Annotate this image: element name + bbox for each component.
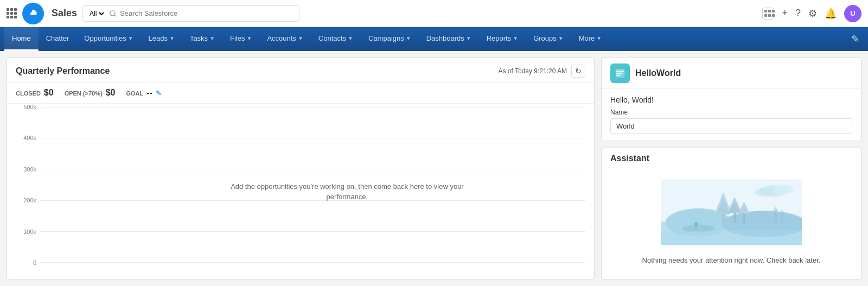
nav-item-dashboards[interactable]: Dashboards ▼: [419, 27, 479, 51]
svg-point-1: [110, 10, 115, 15]
chevron-down-icon: ▼: [558, 35, 564, 41]
stats-row: CLOSED $0 OPEN (>70%) $0 GOAL -- ✎: [7, 82, 594, 104]
nav-item-more[interactable]: More ▼: [571, 27, 610, 51]
grid-row-300k: 300k: [16, 166, 585, 173]
helloworld-body: Hello, World! Name: [602, 89, 861, 141]
search-input[interactable]: [120, 9, 295, 17]
grid-line: [41, 138, 585, 138]
chevron-down-icon: ▼: [596, 35, 602, 41]
nav-item-campaigns[interactable]: Campaigns ▼: [361, 27, 419, 51]
top-bar: Sales All + ? ⚙ 🔔 U: [0, 0, 868, 27]
grid-label-500k: 500k: [16, 104, 36, 110]
nav-item-accounts[interactable]: Accounts ▼: [259, 27, 310, 51]
nav-label-home: Home: [12, 34, 31, 42]
grid-row-100k: 100k: [16, 228, 585, 235]
grid-line: [41, 262, 585, 263]
nav-label-reports: Reports: [487, 34, 512, 42]
right-panel: HelloWorld Hello, World! Name Assistant: [601, 58, 861, 279]
nav-item-tasks[interactable]: Tasks ▼: [182, 27, 222, 51]
helloworld-title: HelloWorld: [635, 68, 681, 78]
app-name: Sales: [52, 8, 77, 19]
goal-label: GOAL: [126, 90, 143, 97]
nav-label-accounts: Accounts: [267, 34, 296, 42]
nav-label-leads: Leads: [149, 34, 168, 42]
nav-item-home[interactable]: Home: [4, 27, 39, 51]
search-icon: [109, 10, 117, 17]
goal-stat: GOAL -- ✎: [126, 88, 161, 98]
svg-rect-23: [661, 231, 802, 245]
open-label: OPEN (>70%): [65, 90, 103, 97]
nav-item-chatter[interactable]: Chatter: [39, 27, 77, 51]
grid-row-500k: 500k: [16, 104, 585, 110]
chevron-down-icon: ▼: [348, 35, 353, 41]
helloworld-header: HelloWorld: [602, 58, 861, 89]
chart-area: 500k 400k 300k 200k 100k: [7, 104, 594, 279]
refresh-button[interactable]: ↻: [571, 65, 585, 78]
grid-label-0: 0: [16, 259, 36, 266]
search-filter[interactable]: All: [87, 9, 106, 18]
grid-line: [41, 200, 585, 201]
helloworld-card: HelloWorld Hello, World! Name: [601, 58, 861, 141]
quarterly-performance-panel: Quarterly Performance As of Today 9:21:2…: [7, 58, 595, 279]
chevron-down-icon: ▼: [513, 35, 518, 41]
nav-item-opportunities[interactable]: Opportunities ▼: [76, 27, 141, 51]
sf-logo[interactable]: [22, 3, 44, 24]
open-value: $0: [106, 88, 116, 98]
chevron-down-icon: ▼: [169, 35, 175, 41]
nav-label-contacts: Contacts: [318, 34, 346, 42]
grid-row-0: 0: [16, 259, 585, 266]
closed-value: $0: [44, 88, 54, 98]
edit-goal-icon[interactable]: ✎: [156, 89, 162, 97]
nav-label-campaigns: Campaigns: [368, 34, 404, 42]
closed-label: CLOSED: [16, 90, 41, 97]
search-bar[interactable]: All: [82, 5, 299, 22]
waffle-icon[interactable]: [762, 8, 774, 20]
chevron-down-icon: ▼: [246, 35, 252, 41]
bell-icon[interactable]: 🔔: [825, 8, 837, 20]
chevron-down-icon: ▼: [298, 35, 303, 41]
svg-rect-22: [694, 226, 697, 230]
nav-edit-icon[interactable]: ✎: [847, 27, 864, 51]
assistant-title: Assistant: [610, 154, 649, 163]
svg-point-7: [755, 188, 774, 197]
nav-label-opportunities: Opportunities: [84, 34, 126, 42]
panel-title: Quarterly Performance: [16, 66, 110, 76]
chevron-down-icon: ▼: [466, 35, 471, 41]
nav-item-groups[interactable]: Groups ▼: [526, 27, 571, 51]
nav-label-groups: Groups: [533, 34, 557, 42]
grid-label-300k: 300k: [16, 166, 36, 173]
main-content: Quarterly Performance As of Today 9:21:2…: [0, 51, 868, 286]
grid-label-400k: 400k: [16, 135, 36, 141]
panel-header: Quarterly Performance As of Today 9:21:2…: [7, 58, 594, 82]
grid-row-400k: 400k: [16, 135, 585, 141]
svg-point-6: [773, 185, 793, 194]
grid-menu-icon[interactable]: [7, 8, 17, 18]
grid-line: [41, 231, 585, 232]
svg-rect-20: [687, 225, 710, 229]
nav-item-reports[interactable]: Reports ▼: [479, 27, 526, 51]
nav-item-files[interactable]: Files ▼: [222, 27, 259, 51]
assistant-body: Nothing needs your attention right now. …: [602, 168, 861, 275]
top-bar-actions: + ? ⚙ 🔔 U: [762, 5, 861, 22]
name-label: Name: [610, 109, 852, 116]
nav-item-leads[interactable]: Leads ▼: [141, 27, 182, 51]
grid-label-100k: 100k: [16, 228, 36, 235]
nav-label-chatter: Chatter: [46, 34, 69, 42]
panel-meta: As of Today 9:21:20 AM ↻: [498, 65, 585, 78]
add-icon[interactable]: +: [782, 8, 788, 19]
assistant-empty-message: Nothing needs your attention right now. …: [634, 252, 829, 271]
avatar[interactable]: U: [844, 5, 861, 22]
settings-icon[interactable]: ⚙: [808, 8, 817, 20]
svg-point-21: [694, 222, 698, 226]
assistant-header: Assistant: [602, 148, 861, 168]
name-input[interactable]: [610, 118, 852, 134]
grid-line: [41, 169, 585, 169]
chart-grid: 500k 400k 300k 200k 100k: [16, 104, 585, 266]
nav-item-contacts[interactable]: Contacts ▼: [311, 27, 361, 51]
helloworld-greeting: Hello, World!: [610, 96, 852, 104]
grid-row-200k: 200k: [16, 197, 585, 204]
chevron-down-icon: ▼: [406, 35, 411, 41]
svg-line-2: [114, 15, 116, 16]
chevron-down-icon: ▼: [209, 35, 215, 41]
help-icon[interactable]: ?: [795, 8, 801, 19]
